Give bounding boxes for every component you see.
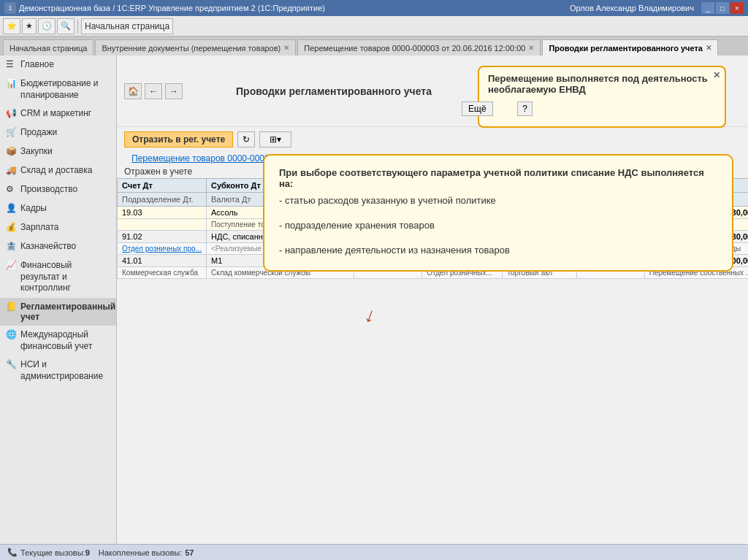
title-bar-text: Демонстрационная база / 1С:ERP Управлени… bbox=[19, 4, 325, 12]
main-icon: ☰ bbox=[6, 59, 18, 71]
tab-transfer[interactable]: Перемещение товаров 0000-000003 от 20.06… bbox=[297, 39, 541, 55]
title-bar-left: 1 Демонстрационная база / 1С:ERP Управле… bbox=[4, 2, 325, 14]
callout-help-button[interactable]: ? bbox=[517, 101, 533, 116]
status-accumulated-value: 57 bbox=[185, 548, 194, 557]
page-title: Проводки регламентированного учета bbox=[186, 85, 482, 97]
tab-transfer-close[interactable]: ✕ bbox=[528, 44, 534, 52]
tab-internal-docs-close[interactable]: ✕ bbox=[283, 44, 289, 52]
admin-icon: 🔧 bbox=[6, 359, 18, 371]
cell-debit-account-1: 19.03 bbox=[118, 207, 207, 219]
tab-postings-label: Проводки регламентированного учета bbox=[549, 44, 703, 53]
content-toolbar: 🏠 ← → Проводки регламентированного учета… bbox=[117, 55, 748, 127]
sidebar-item-purchases-label: Закупки bbox=[20, 146, 53, 156]
sidebar-item-admin[interactable]: 🔧 НСИ и администрирование bbox=[0, 356, 116, 386]
title-bar-controls: Орлов Александр Владимирович _ □ × bbox=[570, 2, 744, 14]
forward-button[interactable]: → bbox=[165, 83, 183, 99]
sidebar-item-purchases[interactable]: 📦 Закупки bbox=[0, 142, 116, 161]
tab-postings[interactable]: Проводки регламентированного учета ✕ bbox=[542, 39, 718, 55]
callout-policy-line2: - статью расходов указанную в учетной по… bbox=[279, 195, 717, 206]
tab-transfer-label: Перемещение товаров 0000-000003 от 20.06… bbox=[304, 44, 525, 53]
sidebar-item-budget[interactable]: 📊 Бюджетирование и планирование bbox=[0, 74, 116, 104]
col-header-debit-account: Счет Дт bbox=[118, 179, 207, 193]
status-calls-label: Текущие вызовы: bbox=[20, 548, 85, 557]
cell-debit-dept-1 bbox=[118, 219, 207, 231]
callout-policy-line3: - подразделение хранения товаров bbox=[279, 220, 717, 231]
budget-icon: 📊 bbox=[6, 78, 18, 90]
callout-more-button[interactable]: Ещё bbox=[462, 101, 493, 116]
tab-home[interactable]: Начальная страница bbox=[3, 39, 94, 55]
sidebar-item-salary[interactable]: 💰 Зарплата bbox=[0, 218, 116, 237]
sidebar-item-crm[interactable]: 📢 CRM и маркетинг bbox=[0, 104, 116, 123]
home-label[interactable]: Начальная страница bbox=[81, 18, 173, 34]
action-row: Отразить в рег. учете ↻ ⊞▾ bbox=[117, 127, 748, 152]
production-icon: ⚙ bbox=[6, 184, 18, 196]
app-icon: 1 bbox=[4, 2, 16, 14]
cell-debit-dept-2: Отдел розничных про... bbox=[118, 243, 207, 255]
status-bar: 📞 Текущие вызовы: 9 Накопленные вызовы: … bbox=[0, 544, 748, 560]
content-inner: 🏠 ← → Проводки регламентированного учета… bbox=[117, 55, 748, 286]
refresh-button[interactable]: ↻ bbox=[237, 131, 255, 147]
col-subheader-debit-dept: Подразделение Дт. bbox=[118, 193, 207, 207]
status-calls-icon: 📞 bbox=[7, 548, 18, 557]
sidebar-item-sales-label: Продажи bbox=[20, 127, 57, 137]
callout-envd: ✕ Перемещение выполняется под деятельнос… bbox=[478, 66, 726, 128]
toolbar-separator bbox=[77, 20, 78, 33]
main-layout: ☰ Главное 📊 Бюджетирование и планировани… bbox=[0, 55, 748, 544]
toolbar-home-icon[interactable]: ⭐ bbox=[3, 18, 20, 34]
title-bar: 1 Демонстрационная база / 1С:ERP Управле… bbox=[0, 0, 748, 16]
regulated-icon: 📒 bbox=[6, 302, 18, 313]
sidebar-item-admin-label: НСИ и администрирование bbox=[20, 359, 110, 382]
sidebar-item-production[interactable]: ⚙ Производство bbox=[0, 180, 116, 199]
sidebar-item-main-label: Главное bbox=[20, 59, 54, 69]
toolbar-search-icon[interactable]: 🔍 bbox=[57, 18, 75, 34]
sidebar-item-production-label: Производство bbox=[20, 184, 77, 194]
intl-icon: 🌐 bbox=[6, 329, 18, 341]
sidebar-item-finance[interactable]: 📈 Финансовый результат и контроллинг bbox=[0, 256, 116, 298]
salary-icon: 💰 bbox=[6, 222, 18, 234]
arrow-decoration-2: ↓ bbox=[362, 303, 379, 329]
sidebar-item-regulated[interactable]: 📒 Регламентированный учет bbox=[0, 298, 116, 326]
tab-postings-close[interactable]: ✕ bbox=[706, 44, 711, 52]
toolbar-favorites-icon[interactable]: ★ bbox=[22, 18, 37, 34]
status-accumulated-label: Накопленные вызовы: bbox=[99, 548, 182, 557]
finance-icon: 📈 bbox=[6, 260, 18, 272]
status-calls-value: 9 bbox=[85, 548, 90, 557]
sidebar-item-treasury-label: Казначейство bbox=[20, 241, 76, 251]
callout-policy-line1: При выборе соответствующего параметра уч… bbox=[279, 167, 717, 189]
purchases-icon: 📦 bbox=[6, 146, 18, 158]
maximize-button[interactable]: □ bbox=[716, 2, 729, 14]
tab-internal-docs[interactable]: Внутренние документы (перемещения товаро… bbox=[95, 39, 296, 55]
sidebar-item-warehouse-label: Склад и доставка bbox=[20, 165, 92, 175]
sidebar-item-hr-label: Кадры bbox=[20, 203, 47, 213]
tab-home-label: Начальная страница bbox=[9, 44, 87, 53]
sidebar-item-intl-label: Международный финансовый учет bbox=[20, 329, 110, 352]
sidebar-item-crm-label: CRM и маркетинг bbox=[20, 108, 91, 118]
content-area: 🏠 ← → Проводки регламентированного учета… bbox=[117, 55, 748, 544]
reflect-button[interactable]: Отразить в рег. учете bbox=[124, 131, 233, 147]
cell-debit-dept-3: Коммерческая служба bbox=[118, 267, 207, 279]
callout-close-button[interactable]: ✕ bbox=[713, 70, 720, 80]
sidebar-item-main[interactable]: ☰ Главное bbox=[0, 55, 116, 74]
close-button[interactable]: × bbox=[730, 2, 744, 14]
sidebar-item-hr[interactable]: 👤 Кадры bbox=[0, 199, 116, 218]
callout-policy: При выборе соответствующего параметра уч… bbox=[263, 154, 733, 272]
sales-icon: 🛒 bbox=[6, 127, 18, 139]
status-label: Отражен в учете bbox=[124, 166, 192, 177]
minimize-button[interactable]: _ bbox=[701, 2, 714, 14]
back-button[interactable]: ← bbox=[145, 83, 162, 99]
tab-internal-docs-label: Внутренние документы (перемещения товаро… bbox=[102, 44, 280, 53]
cell-debit-account-3: 41.01 bbox=[118, 255, 207, 267]
sidebar-item-intl[interactable]: 🌐 Международный финансовый учет bbox=[0, 326, 116, 356]
toolbar-history-icon[interactable]: 🕓 bbox=[38, 18, 56, 34]
sidebar-item-warehouse[interactable]: 🚚 Склад и доставка bbox=[0, 161, 116, 180]
more-actions-group: ⊞▾ bbox=[259, 131, 291, 147]
home-nav-button[interactable]: 🏠 bbox=[124, 83, 142, 99]
warehouse-icon: 🚚 bbox=[6, 165, 18, 177]
hr-icon: 👤 bbox=[6, 203, 18, 215]
sidebar-item-sales[interactable]: 🛒 Продажи bbox=[0, 123, 116, 142]
print-button[interactable]: ⊞▾ bbox=[259, 131, 291, 147]
crm-icon: 📢 bbox=[6, 108, 18, 120]
sidebar-item-treasury[interactable]: 🏦 Казначейство bbox=[0, 237, 116, 256]
main-toolbar: ⭐ ★ 🕓 🔍 Начальная страница bbox=[0, 16, 748, 37]
sidebar: ☰ Главное 📊 Бюджетирование и планировани… bbox=[0, 55, 117, 544]
